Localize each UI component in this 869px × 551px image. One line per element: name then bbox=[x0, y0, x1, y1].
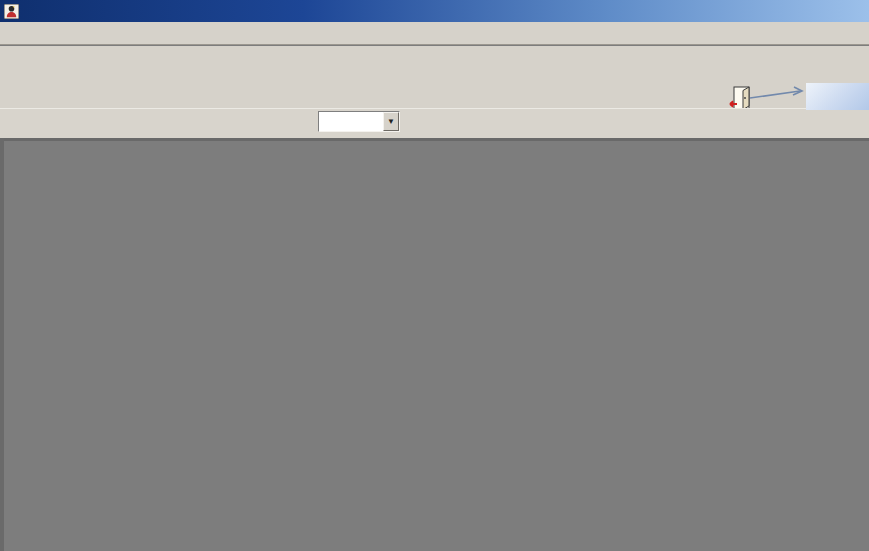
mdi-left-edge bbox=[0, 138, 4, 551]
app-icon bbox=[4, 4, 19, 19]
exit-callout-arrow bbox=[748, 84, 810, 104]
menu-bar bbox=[0, 22, 869, 45]
chevron-down-icon[interactable]: ▼ bbox=[383, 112, 399, 131]
toolbar bbox=[0, 46, 869, 108]
exchange-combo[interactable]: ▼ bbox=[318, 111, 400, 132]
title-bar bbox=[0, 0, 869, 22]
child-window-strip bbox=[0, 108, 869, 138]
exit-callout-label bbox=[806, 83, 869, 110]
exchange-combo-value bbox=[319, 112, 383, 131]
commex-window: { "window": { "title": "COMMex - BackOff… bbox=[0, 0, 869, 551]
strip-edge bbox=[0, 138, 869, 141]
